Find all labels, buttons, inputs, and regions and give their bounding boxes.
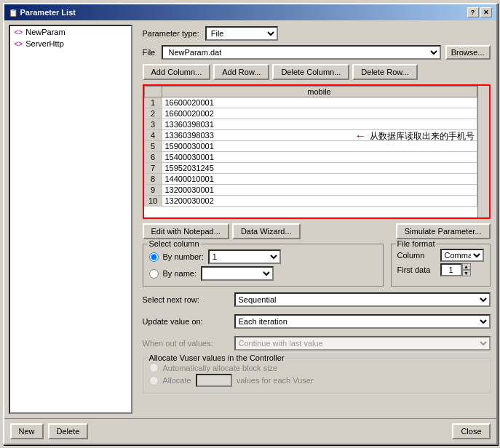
row-cell: 15952031245	[162, 163, 477, 174]
allocate-label: Allocate	[163, 376, 191, 385]
footer: New Delete Close	[4, 418, 496, 444]
first-data-label: First data	[397, 265, 437, 274]
select-column-group-label: Select column	[148, 239, 201, 248]
row-cell: 16600020002	[162, 108, 477, 119]
row-cell: 13360398031	[162, 119, 477, 130]
window-title: Parameter List	[20, 8, 76, 17]
auto-allocate-radio	[149, 363, 159, 372]
row-num: 1	[144, 97, 162, 108]
row-num: 7	[144, 163, 162, 174]
row-num: 6	[144, 152, 162, 163]
right-panel: Parameter type: File Random Sequential U…	[137, 20, 496, 418]
table-row: 116600020001	[144, 97, 477, 108]
by-name-select[interactable]	[201, 266, 274, 281]
update-value-row: Update value on: Each iteration Each occ…	[143, 314, 491, 329]
row-num: 8	[144, 174, 162, 185]
select-next-row-label: Select next row:	[143, 295, 230, 304]
table-header-mobile: mobile	[162, 87, 477, 97]
table-row: 313360398031	[144, 119, 477, 130]
by-number-row: By number: 1	[149, 249, 377, 264]
table-row: 814400010001	[144, 174, 477, 185]
manual-allocate-row: Allocate values for each Vuser	[149, 374, 484, 387]
param-icon-1: <>	[15, 28, 23, 36]
first-data-row: First data ▲ ▼	[397, 263, 484, 276]
titlebar: 📋 Parameter List ? ✕	[4, 4, 496, 20]
data-table: mobile 116600020001216600020002313360398…	[144, 86, 477, 207]
select-next-row-select[interactable]: Sequential Random Unique	[234, 292, 491, 307]
row-cell: 14400010001	[162, 174, 477, 185]
parameter-list-window: 📋 Parameter List ? ✕ <> NewParam <> Serv…	[3, 3, 498, 445]
row-cell: 15400030001	[162, 152, 477, 163]
out-of-values-row: When out of values: Continue with last v…	[143, 336, 491, 351]
select-column-group: Select column By number: 1 By name:	[143, 244, 384, 287]
table-row: 913200030001	[144, 185, 477, 196]
sidebar-item-newparam[interactable]: <> NewParam	[10, 26, 131, 38]
auto-allocate-row: Automatically allocate block size	[149, 363, 484, 372]
row-num: 4	[144, 130, 162, 141]
file-format-group-label: File format	[396, 239, 437, 248]
table-row: 615400030001	[144, 152, 477, 163]
annotation: ← 从数据库读取出来的手机号	[355, 129, 475, 143]
update-value-label: Update value on:	[143, 317, 230, 326]
main-content: <> NewParam <> ServerHttp Parameter type…	[4, 20, 496, 418]
column-row-buttons: Add Column... Add Row... Delete Column..…	[143, 64, 491, 80]
spinner-down[interactable]: ▼	[462, 270, 471, 276]
param-icon-2: <>	[15, 40, 23, 48]
by-name-row: By name:	[149, 266, 377, 281]
delete-button[interactable]: Delete	[48, 423, 89, 439]
row-num: 5	[144, 141, 162, 152]
out-of-values-label: When out of values:	[143, 339, 230, 348]
by-number-radio[interactable]	[149, 252, 159, 262]
close-dialog-button[interactable]: Close	[452, 423, 490, 439]
by-name-radio[interactable]	[149, 269, 159, 279]
manual-allocate-radio	[149, 376, 159, 385]
file-label: File	[143, 48, 157, 57]
sidebar-item-label-1: NewParam	[25, 28, 65, 36]
sidebar: <> NewParam <> ServerHttp	[9, 25, 132, 414]
file-select[interactable]: NewParam.dat	[162, 45, 441, 60]
annotation-text: 从数据库读取出来的手机号	[370, 130, 475, 143]
row-num: 3	[144, 119, 162, 130]
bottom-action-buttons: Edit with Notepad... Data Wizard... Simu…	[143, 223, 491, 239]
auto-allocate-label: Automatically allocate block size	[163, 364, 278, 372]
window-icon: 📋	[9, 9, 17, 17]
update-value-select[interactable]: Each iteration Each occurrence Once	[234, 314, 491, 329]
new-button[interactable]: New	[10, 423, 44, 439]
sidebar-item-label-2: ServerHttp	[25, 39, 64, 48]
allocate-group: Allocate Vuser values in the Controller …	[143, 358, 491, 393]
select-next-row-row: Select next row: Sequential Random Uniqu…	[143, 292, 491, 307]
file-row: File NewParam.dat Browse...	[143, 45, 491, 60]
file-format-group: File format Column Comma Tab First data	[391, 244, 491, 287]
out-of-values-select[interactable]: Continue with last value	[234, 336, 491, 351]
column-format-select[interactable]: Comma Tab	[440, 249, 484, 262]
allocate-input	[196, 374, 232, 387]
data-wizard-button[interactable]: Data Wizard...	[232, 223, 301, 239]
row-cell: 13200030001	[162, 185, 477, 196]
simulate-button[interactable]: Simulate Parameter...	[396, 223, 491, 239]
allocate-group-label: Allocate Vuser values in the Controller	[148, 353, 286, 362]
row-num: 9	[144, 185, 162, 196]
browse-button[interactable]: Browse...	[445, 45, 491, 60]
help-button[interactable]: ?	[467, 7, 479, 17]
by-name-label: By name:	[163, 269, 197, 278]
data-table-scroll[interactable]: mobile 116600020001216600020002313360398…	[144, 86, 477, 217]
footer-left: New Delete	[10, 423, 89, 439]
delete-row-button[interactable]: Delete Row...	[352, 64, 417, 80]
spinner-up[interactable]: ▲	[462, 263, 471, 270]
first-data-input[interactable]	[440, 263, 462, 276]
by-number-label: By number:	[163, 252, 204, 261]
delete-column-button[interactable]: Delete Column...	[272, 64, 349, 80]
by-number-select[interactable]: 1	[208, 249, 281, 264]
add-column-button[interactable]: Add Column...	[143, 64, 211, 80]
param-type-select[interactable]: File Random Sequential Unique	[205, 26, 278, 41]
row-cell: 13200030002	[162, 196, 477, 207]
titlebar-buttons: ? ✕	[467, 7, 492, 17]
scrollbar[interactable]	[477, 86, 489, 217]
edit-notepad-button[interactable]: Edit with Notepad...	[143, 223, 229, 239]
table-row: 715952031245	[144, 163, 477, 174]
sidebar-item-serverhttp[interactable]: <> ServerHttp	[10, 38, 131, 49]
data-table-container: mobile 116600020001216600020002313360398…	[143, 84, 491, 219]
close-button[interactable]: ✕	[480, 7, 492, 17]
add-row-button[interactable]: Add Row...	[213, 64, 269, 80]
row-cell: 16600020001	[162, 97, 477, 108]
